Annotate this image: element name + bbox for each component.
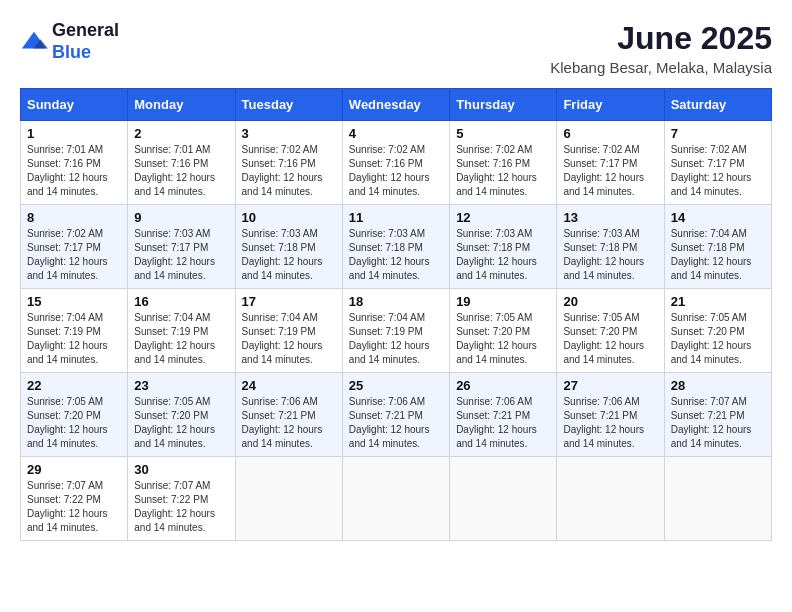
table-cell: 28Sunrise: 7:07 AMSunset: 7:21 PMDayligh… (664, 373, 771, 457)
day-info: Sunrise: 7:04 AMSunset: 7:19 PMDaylight:… (242, 311, 336, 367)
calendar-header-row: Sunday Monday Tuesday Wednesday Thursday… (21, 89, 772, 121)
day-number: 29 (27, 462, 121, 477)
table-cell: 6Sunrise: 7:02 AMSunset: 7:17 PMDaylight… (557, 121, 664, 205)
day-number: 9 (134, 210, 228, 225)
day-info: Sunrise: 7:07 AMSunset: 7:22 PMDaylight:… (27, 479, 121, 535)
logo-blue: Blue (52, 42, 119, 64)
day-info: Sunrise: 7:03 AMSunset: 7:18 PMDaylight:… (563, 227, 657, 283)
calendar-week-1: 1Sunrise: 7:01 AMSunset: 7:16 PMDaylight… (21, 121, 772, 205)
day-info: Sunrise: 7:02 AMSunset: 7:17 PMDaylight:… (671, 143, 765, 199)
day-info: Sunrise: 7:04 AMSunset: 7:19 PMDaylight:… (349, 311, 443, 367)
table-cell: 3Sunrise: 7:02 AMSunset: 7:16 PMDaylight… (235, 121, 342, 205)
day-info: Sunrise: 7:02 AMSunset: 7:16 PMDaylight:… (456, 143, 550, 199)
day-number: 6 (563, 126, 657, 141)
calendar-week-4: 22Sunrise: 7:05 AMSunset: 7:20 PMDayligh… (21, 373, 772, 457)
day-info: Sunrise: 7:02 AMSunset: 7:16 PMDaylight:… (242, 143, 336, 199)
day-number: 25 (349, 378, 443, 393)
day-info: Sunrise: 7:03 AMSunset: 7:18 PMDaylight:… (242, 227, 336, 283)
table-cell (664, 457, 771, 541)
page-header: General Blue June 2025 Klebang Besar, Me… (20, 20, 772, 76)
day-info: Sunrise: 7:06 AMSunset: 7:21 PMDaylight:… (242, 395, 336, 451)
day-info: Sunrise: 7:04 AMSunset: 7:19 PMDaylight:… (134, 311, 228, 367)
day-info: Sunrise: 7:01 AMSunset: 7:16 PMDaylight:… (27, 143, 121, 199)
day-number: 17 (242, 294, 336, 309)
table-cell: 21Sunrise: 7:05 AMSunset: 7:20 PMDayligh… (664, 289, 771, 373)
day-info: Sunrise: 7:07 AMSunset: 7:22 PMDaylight:… (134, 479, 228, 535)
table-cell: 17Sunrise: 7:04 AMSunset: 7:19 PMDayligh… (235, 289, 342, 373)
table-cell (342, 457, 449, 541)
day-number: 7 (671, 126, 765, 141)
day-info: Sunrise: 7:02 AMSunset: 7:16 PMDaylight:… (349, 143, 443, 199)
day-info: Sunrise: 7:05 AMSunset: 7:20 PMDaylight:… (27, 395, 121, 451)
calendar-week-2: 8Sunrise: 7:02 AMSunset: 7:17 PMDaylight… (21, 205, 772, 289)
day-number: 12 (456, 210, 550, 225)
day-number: 18 (349, 294, 443, 309)
table-cell: 16Sunrise: 7:04 AMSunset: 7:19 PMDayligh… (128, 289, 235, 373)
table-cell: 8Sunrise: 7:02 AMSunset: 7:17 PMDaylight… (21, 205, 128, 289)
table-cell: 9Sunrise: 7:03 AMSunset: 7:17 PMDaylight… (128, 205, 235, 289)
day-number: 2 (134, 126, 228, 141)
calendar-table: Sunday Monday Tuesday Wednesday Thursday… (20, 88, 772, 541)
table-cell: 2Sunrise: 7:01 AMSunset: 7:16 PMDaylight… (128, 121, 235, 205)
table-cell: 25Sunrise: 7:06 AMSunset: 7:21 PMDayligh… (342, 373, 449, 457)
logo-icon (20, 28, 48, 56)
table-cell: 30Sunrise: 7:07 AMSunset: 7:22 PMDayligh… (128, 457, 235, 541)
day-info: Sunrise: 7:05 AMSunset: 7:20 PMDaylight:… (134, 395, 228, 451)
day-info: Sunrise: 7:04 AMSunset: 7:19 PMDaylight:… (27, 311, 121, 367)
day-info: Sunrise: 7:05 AMSunset: 7:20 PMDaylight:… (456, 311, 550, 367)
day-number: 22 (27, 378, 121, 393)
day-number: 5 (456, 126, 550, 141)
table-cell (450, 457, 557, 541)
day-number: 20 (563, 294, 657, 309)
month-title: June 2025 (550, 20, 772, 57)
day-info: Sunrise: 7:07 AMSunset: 7:21 PMDaylight:… (671, 395, 765, 451)
table-cell: 20Sunrise: 7:05 AMSunset: 7:20 PMDayligh… (557, 289, 664, 373)
table-cell: 18Sunrise: 7:04 AMSunset: 7:19 PMDayligh… (342, 289, 449, 373)
day-number: 4 (349, 126, 443, 141)
table-cell: 1Sunrise: 7:01 AMSunset: 7:16 PMDaylight… (21, 121, 128, 205)
calendar-week-3: 15Sunrise: 7:04 AMSunset: 7:19 PMDayligh… (21, 289, 772, 373)
day-number: 14 (671, 210, 765, 225)
col-saturday: Saturday (664, 89, 771, 121)
day-number: 13 (563, 210, 657, 225)
day-info: Sunrise: 7:06 AMSunset: 7:21 PMDaylight:… (349, 395, 443, 451)
day-number: 26 (456, 378, 550, 393)
day-info: Sunrise: 7:03 AMSunset: 7:18 PMDaylight:… (349, 227, 443, 283)
table-cell: 7Sunrise: 7:02 AMSunset: 7:17 PMDaylight… (664, 121, 771, 205)
table-cell: 23Sunrise: 7:05 AMSunset: 7:20 PMDayligh… (128, 373, 235, 457)
table-cell: 4Sunrise: 7:02 AMSunset: 7:16 PMDaylight… (342, 121, 449, 205)
day-number: 8 (27, 210, 121, 225)
table-cell (235, 457, 342, 541)
day-info: Sunrise: 7:06 AMSunset: 7:21 PMDaylight:… (456, 395, 550, 451)
day-number: 27 (563, 378, 657, 393)
table-cell: 14Sunrise: 7:04 AMSunset: 7:18 PMDayligh… (664, 205, 771, 289)
day-number: 15 (27, 294, 121, 309)
day-number: 19 (456, 294, 550, 309)
day-info: Sunrise: 7:03 AMSunset: 7:17 PMDaylight:… (134, 227, 228, 283)
col-wednesday: Wednesday (342, 89, 449, 121)
day-number: 23 (134, 378, 228, 393)
day-info: Sunrise: 7:04 AMSunset: 7:18 PMDaylight:… (671, 227, 765, 283)
day-number: 11 (349, 210, 443, 225)
table-cell: 10Sunrise: 7:03 AMSunset: 7:18 PMDayligh… (235, 205, 342, 289)
calendar-week-5: 29Sunrise: 7:07 AMSunset: 7:22 PMDayligh… (21, 457, 772, 541)
day-info: Sunrise: 7:02 AMSunset: 7:17 PMDaylight:… (563, 143, 657, 199)
logo: General Blue (20, 20, 119, 63)
col-sunday: Sunday (21, 89, 128, 121)
table-cell: 15Sunrise: 7:04 AMSunset: 7:19 PMDayligh… (21, 289, 128, 373)
table-cell: 12Sunrise: 7:03 AMSunset: 7:18 PMDayligh… (450, 205, 557, 289)
day-number: 16 (134, 294, 228, 309)
day-number: 10 (242, 210, 336, 225)
table-cell: 11Sunrise: 7:03 AMSunset: 7:18 PMDayligh… (342, 205, 449, 289)
table-cell: 5Sunrise: 7:02 AMSunset: 7:16 PMDaylight… (450, 121, 557, 205)
day-info: Sunrise: 7:02 AMSunset: 7:17 PMDaylight:… (27, 227, 121, 283)
day-info: Sunrise: 7:05 AMSunset: 7:20 PMDaylight:… (671, 311, 765, 367)
day-number: 30 (134, 462, 228, 477)
day-info: Sunrise: 7:05 AMSunset: 7:20 PMDaylight:… (563, 311, 657, 367)
day-number: 24 (242, 378, 336, 393)
location-title: Klebang Besar, Melaka, Malaysia (550, 59, 772, 76)
table-cell: 29Sunrise: 7:07 AMSunset: 7:22 PMDayligh… (21, 457, 128, 541)
col-monday: Monday (128, 89, 235, 121)
table-cell: 26Sunrise: 7:06 AMSunset: 7:21 PMDayligh… (450, 373, 557, 457)
col-friday: Friday (557, 89, 664, 121)
